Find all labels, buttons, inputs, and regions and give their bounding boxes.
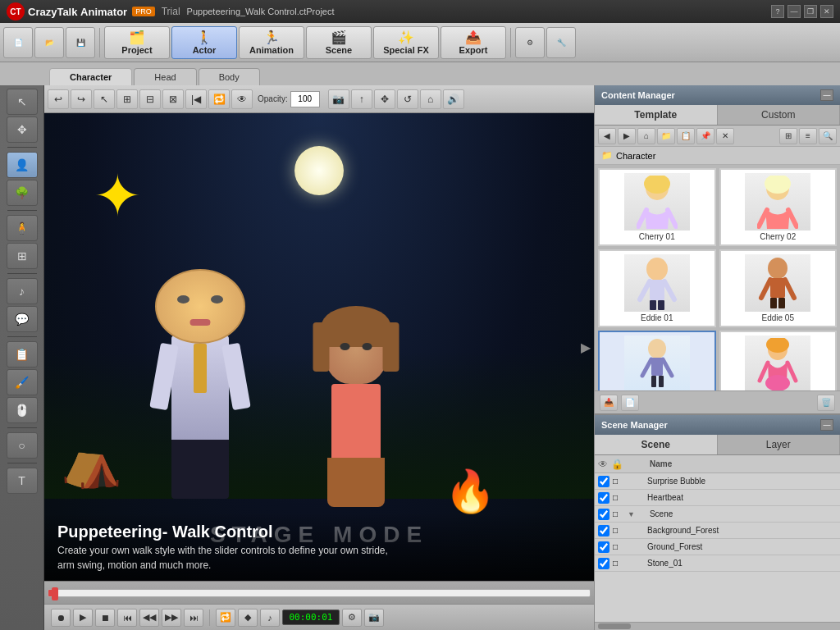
select2-btn[interactable]: ⊞ (116, 89, 138, 109)
loop-btn[interactable]: 🔁 (208, 89, 230, 109)
opacity-input[interactable] (290, 91, 320, 107)
sidebar-music-btn[interactable]: ♪ (7, 278, 38, 304)
project-button[interactable]: 🗂️ Project (104, 26, 170, 59)
stone01-check[interactable] (598, 558, 609, 569)
skip-fwd-button[interactable]: ⏭ (184, 609, 203, 627)
sidebar-grid-btn[interactable]: ⊞ (7, 243, 38, 269)
ct-back-btn[interactable]: ◀ (598, 128, 616, 144)
loop-button[interactable]: 🔁 (216, 609, 235, 627)
sidebar-doc-btn[interactable]: 📋 (7, 341, 38, 368)
prev-frame-button[interactable]: ◀◀ (139, 609, 159, 627)
timeline-track[interactable] (48, 589, 591, 597)
scene-item-ground-forest[interactable]: □ Ground_Forest (595, 539, 840, 555)
new-button[interactable]: 📄 (3, 27, 33, 58)
character-folder[interactable]: 📁 Character (595, 147, 840, 165)
content-del-btn[interactable]: 🗑️ (817, 395, 835, 411)
move-all-btn[interactable]: ✥ (374, 89, 395, 109)
prefs-button[interactable]: 🔧 (546, 27, 576, 58)
sidebar-move-btn[interactable]: ✥ (7, 116, 38, 143)
heartbeat-check[interactable] (598, 492, 609, 504)
keyframe-button[interactable]: ◆ (238, 609, 258, 627)
open-button[interactable]: 📂 (34, 27, 64, 58)
rotate-btn[interactable]: ↺ (397, 89, 418, 109)
move-up-btn[interactable]: ↑ (351, 89, 372, 109)
undo-button[interactable]: ↩ (48, 89, 69, 109)
record-button[interactable]: ⏺ (51, 609, 71, 627)
content-import-btn[interactable]: 📥 (600, 395, 618, 411)
maximize-button[interactable]: ❐ (804, 5, 817, 18)
tab-body[interactable]: Body (199, 68, 260, 85)
tab-template[interactable]: Template (595, 105, 718, 125)
char-card-eddie05[interactable]: Eddie 05 (719, 249, 838, 327)
bg-forest-check[interactable] (598, 525, 609, 536)
help-button[interactable]: ? (771, 5, 784, 18)
ct-home-btn[interactable]: ⌂ (637, 128, 655, 144)
stage-right-arrow[interactable]: ▶ (581, 340, 591, 355)
scene-check[interactable] (598, 509, 609, 520)
char-card-mrrosenberg[interactable]: Mr. Rosenberg (598, 331, 716, 390)
surprise-bubble-check[interactable] (598, 476, 609, 487)
special-fx-button[interactable]: ✨ Special FX (373, 26, 439, 59)
select3-btn[interactable]: ⊟ (139, 89, 161, 109)
char-card-sally[interactable]: Sally (719, 331, 838, 390)
ct-search-btn[interactable]: 🔍 (819, 128, 837, 144)
ct-folder-btn[interactable]: 📁 (657, 128, 675, 144)
camera2-button[interactable]: 📷 (364, 609, 384, 627)
eye-btn[interactable]: 👁 (231, 89, 253, 109)
scene-item-heartbeat[interactable]: □ Heartbeat (595, 490, 840, 506)
char-card-eddie01[interactable]: Eddie 01 (598, 249, 716, 327)
select-btn[interactable]: ↖ (94, 89, 115, 109)
scene-item-scene[interactable]: □ ▼ Scene (595, 506, 840, 523)
settings-button[interactable]: ⚙ (515, 27, 545, 58)
stop-button[interactable]: ⏹ (95, 609, 115, 627)
ct-list-btn[interactable]: ≡ (799, 128, 817, 144)
export-button[interactable]: 📤 Export (441, 26, 506, 59)
save-button[interactable]: 💾 (66, 27, 95, 58)
close-button[interactable]: ✕ (820, 5, 833, 18)
music-button[interactable]: ♪ (260, 609, 280, 627)
sidebar-person2-btn[interactable]: 🧍 (7, 215, 38, 241)
actor-button[interactable]: 🚶 Actor (171, 26, 237, 59)
animation-button[interactable]: 🏃 Animation (239, 26, 304, 59)
timeline-thumb[interactable] (52, 587, 58, 600)
ct-fwd-btn[interactable]: ▶ (618, 128, 636, 144)
camera-btn[interactable]: 📷 (328, 89, 349, 109)
tab-scene[interactable]: Scene (595, 435, 718, 454)
sidebar-chat-btn[interactable]: 💬 (7, 306, 38, 332)
ground-forest-check[interactable] (598, 541, 609, 553)
audio-btn[interactable]: 🔊 (443, 89, 464, 109)
scene-item-stone01[interactable]: □ Stone_01 (595, 555, 840, 572)
next-frame-button[interactable]: ▶▶ (162, 609, 181, 627)
hscroll-thumb[interactable] (598, 623, 631, 629)
redo-button[interactable]: ↪ (71, 89, 92, 109)
tab-layer[interactable]: Layer (718, 435, 841, 454)
play-button[interactable]: ▶ (73, 609, 93, 627)
sidebar-person-btn[interactable]: 👤 (7, 152, 38, 178)
sidebar-brush-btn[interactable]: 🖌️ (7, 369, 38, 395)
scene-item-bg-forest[interactable]: □ Background_Forest (595, 523, 840, 539)
ct-copy-btn[interactable]: 📋 (677, 128, 695, 144)
settings2-button[interactable]: ⚙ (342, 609, 362, 627)
sidebar-cursor-btn[interactable]: 🖱️ (7, 397, 38, 423)
sidebar-select-btn[interactable]: ↖ (7, 89, 38, 115)
play-begin-btn[interactable]: |◀ (185, 89, 207, 109)
scene-manager-close[interactable]: — (820, 419, 833, 431)
sidebar-tree-btn[interactable]: 🌳 (7, 180, 38, 206)
ct-delete-btn[interactable]: ✕ (716, 128, 734, 144)
skip-back-button[interactable]: ⏮ (117, 609, 137, 627)
ct-grid-btn[interactable]: ⊞ (779, 128, 797, 144)
char-card-cherry01[interactable]: Cherry 01 (598, 168, 716, 246)
ct-paste-btn[interactable]: 📌 (696, 128, 714, 144)
sidebar-text-btn[interactable]: T (7, 468, 38, 494)
sidebar-circle-btn[interactable]: ○ (7, 432, 38, 459)
char-card-cherry02[interactable]: Cherry 02 (719, 168, 838, 246)
tab-character[interactable]: Character (49, 68, 132, 85)
scene-item-surprise-bubble[interactable]: □ Surprise Bubble (595, 473, 840, 490)
scene-button[interactable]: 🎬 Scene (306, 26, 372, 59)
tab-custom[interactable]: Custom (718, 105, 841, 125)
tab-head[interactable]: Head (134, 68, 196, 85)
content-new-btn[interactable]: 📄 (621, 395, 639, 411)
scene-hscrollbar[interactable] (595, 622, 840, 630)
minimize-button[interactable]: — (788, 5, 801, 18)
select4-btn[interactable]: ⊠ (162, 89, 184, 109)
